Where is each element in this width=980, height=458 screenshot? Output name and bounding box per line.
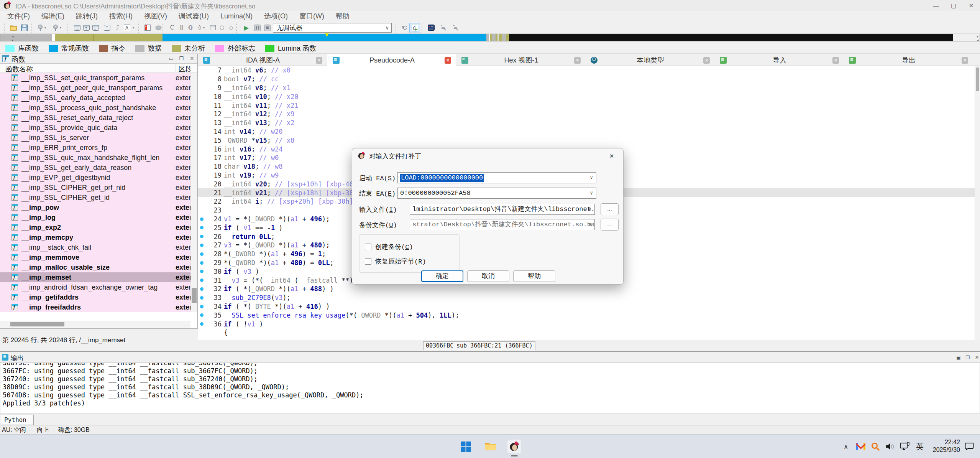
column-segment[interactable]: 区段 — [179, 64, 190, 74]
tab-close-icon[interactable]: ✕ — [703, 57, 710, 64]
column-function-name[interactable]: 函数名称 — [5, 64, 33, 74]
functions-list-header[interactable]: 函数名称 区段 — [0, 64, 197, 73]
run-script-icon[interactable]: C — [409, 23, 420, 33]
scrollbar-thumb[interactable] — [10, 322, 64, 326]
function-row[interactable]: __imp_SSL_quic_max_handshake_flight_lene… — [0, 153, 190, 163]
tab-close-icon[interactable]: ✕ — [962, 57, 968, 64]
tab-pseudo[interactable]: Pseudocode-A✕ — [327, 54, 456, 66]
backup-file-combo[interactable]: strator\Desktop\抖音\新建文件夹\libsscronet.so.… — [410, 219, 595, 230]
help-button[interactable]: 帮助 — [513, 270, 555, 282]
tab-types[interactable]: 本地类型✕ — [585, 54, 714, 66]
menu-item[interactable]: 选项(O) — [258, 11, 294, 21]
tab-exports[interactable]: 导出✕ — [844, 54, 973, 66]
debug-q-icon[interactable]: ℚ — [185, 23, 195, 32]
breakpoint-list-icon[interactable] — [426, 23, 436, 32]
function-row[interactable]: __imp_memmoveextern — [0, 252, 190, 262]
line-mark-icon[interactable] — [200, 252, 204, 256]
function-row[interactable]: __imp_SSL_get_early_data_reasonextern — [0, 163, 190, 173]
input-file-browse-button[interactable]: ... — [601, 203, 619, 215]
maximize-button[interactable]: ▢ — [945, 0, 962, 11]
tab-hex[interactable]: Hex 视图-1✕ — [456, 54, 585, 66]
menu-item[interactable]: 文件(F) — [2, 11, 36, 21]
function-row[interactable]: __imp_SSL_is_serverextern — [0, 133, 190, 143]
function-row[interactable]: __imp_exp2extern — [0, 222, 190, 232]
functions-vertical-scrollbar[interactable] — [190, 73, 197, 312]
function-row[interactable]: __imp_freeifaddrsextern — [0, 302, 190, 312]
panel-maximize-icon[interactable]: ▭ — [167, 55, 176, 62]
menu-item[interactable]: 跳转(J) — [70, 11, 103, 21]
volume-icon[interactable] — [884, 440, 896, 453]
tab-close-icon[interactable]: ✕ — [445, 57, 451, 64]
trace-list-icon[interactable] — [438, 23, 448, 32]
save-icon[interactable] — [19, 23, 29, 32]
tab-disasm[interactable]: IDA 视图-A✕ — [198, 54, 327, 66]
taskbar-clock[interactable]: 22:42 2025/9/30 — [933, 438, 960, 454]
start-ea-combo[interactable]: LOAD:0000000000000000 ∨ — [397, 172, 596, 183]
stop-debug-icon[interactable] — [262, 23, 272, 32]
python-cli-tab[interactable]: Python — [1, 415, 34, 425]
tab-close-icon[interactable]: ✕ — [832, 57, 839, 64]
navigation-band[interactable] — [0, 34, 980, 41]
window-list-icon[interactable] — [72, 23, 82, 32]
menu-item[interactable]: 视图(V) — [138, 11, 173, 21]
function-row[interactable]: __imp_logextern — [0, 213, 190, 222]
line-mark-icon[interactable] — [200, 296, 204, 300]
output-maximize-icon[interactable]: ❐ — [964, 354, 972, 361]
struct-column-icon[interactable] — [143, 23, 153, 32]
jump-forward-dropdown-icon[interactable]: ▾ — [58, 25, 63, 30]
pause-debug-icon[interactable] — [252, 23, 262, 32]
function-row[interactable]: __imp_getifaddrsextern — [0, 292, 190, 302]
ok-button[interactable]: 确定 — [421, 270, 463, 282]
output-dock-icon[interactable]: ▣ — [954, 354, 963, 361]
function-row[interactable]: __imp_android_fdsan_exchange_owner_tagex… — [0, 282, 190, 292]
tab-close-icon[interactable]: ✕ — [574, 57, 581, 64]
menu-item[interactable]: 调试器(U) — [173, 11, 215, 21]
line-mark-icon[interactable] — [200, 244, 204, 247]
search-tray-icon[interactable] — [869, 440, 882, 453]
output-log[interactable]: 36679C: using guessed type __int64 __fas… — [0, 362, 980, 414]
line-mark-icon[interactable] — [200, 226, 204, 229]
function-row[interactable]: __imp_memsetextern — [0, 272, 190, 282]
checkbox-icon[interactable] — [365, 244, 371, 250]
navband-left-arrow-icon[interactable]: ◂▸ — [10, 35, 15, 42]
debug-window-icon[interactable] — [208, 23, 218, 32]
window-jump-icon[interactable] — [102, 23, 112, 32]
pseudocode-vertical-scrollbar[interactable] — [975, 66, 980, 340]
debug-c-icon[interactable]: Ⅽ — [167, 23, 177, 32]
menu-item[interactable]: 帮助 — [330, 11, 355, 21]
function-row[interactable]: __imp_SSL_set_quic_transport_paramsexter… — [0, 73, 190, 83]
end-ea-combo[interactable]: 0:000000000052FA58 ∨ — [397, 188, 596, 199]
dialog-close-icon[interactable]: ✕ — [606, 152, 617, 161]
stack-trace-icon[interactable] — [451, 23, 461, 32]
debug-il-icon[interactable]: ⫿⫿ — [176, 23, 186, 32]
open-file-icon[interactable] — [8, 23, 18, 32]
debug-polygon-icon[interactable]: ⬠ — [217, 23, 227, 32]
menu-item[interactable]: 搜索(H) — [103, 11, 138, 21]
text-style-dropdown-icon[interactable]: ▾ — [131, 25, 136, 30]
function-row[interactable]: __imp_EVP_get_digestbynidextern — [0, 173, 190, 183]
function-row[interactable]: __imp_SSL_get_peer_quic_transport_params… — [0, 83, 190, 93]
function-row[interactable]: __imp_powextern — [0, 203, 190, 213]
start-debug-icon[interactable]: ▶ — [241, 23, 251, 32]
function-row[interactable]: __imp__stack_chk_failextern — [0, 242, 190, 252]
panel-float-icon[interactable]: ❐ — [177, 55, 185, 62]
column-divider[interactable] — [176, 64, 176, 72]
file-explorer-icon[interactable] — [484, 440, 497, 453]
menu-item[interactable]: 编辑(E) — [36, 11, 70, 21]
notification-center-icon[interactable] — [963, 440, 976, 453]
function-row[interactable]: __imp_SSL_provide_quic_dataextern — [0, 123, 190, 133]
text-style-icon[interactable]: A — [123, 23, 130, 32]
function-row[interactable]: __imp_ERR_print_errors_fpextern — [0, 143, 190, 153]
functions-horizontal-scrollbar[interactable] — [0, 321, 190, 328]
ellipse-icon[interactable] — [153, 23, 163, 32]
function-row[interactable]: __imp_memcpyextern — [0, 232, 190, 242]
scrollbar-thumb[interactable] — [192, 288, 197, 303]
panel-close-icon[interactable]: ✕ — [188, 55, 196, 62]
menu-item[interactable]: Lumina(N) — [215, 11, 258, 21]
debug-diamond-icon[interactable]: ◇ — [226, 23, 236, 32]
network-icon[interactable] — [898, 440, 911, 453]
line-mark-icon[interactable] — [200, 322, 204, 326]
line-mark-icon[interactable] — [200, 278, 204, 282]
start-button[interactable] — [459, 440, 473, 453]
backup-file-browse-button[interactable]: ... — [601, 219, 619, 231]
